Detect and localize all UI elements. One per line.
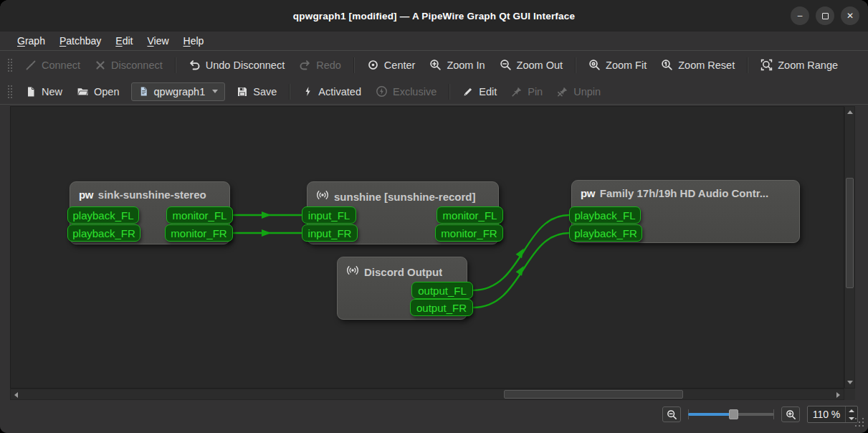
port-monitor-fr[interactable]: monitor_FR: [435, 224, 503, 242]
zoom-out-button[interactable]: Zoom Out: [492, 55, 570, 75]
new-file-icon: [25, 86, 37, 97]
toolbar-drag-handle[interactable]: [7, 84, 12, 100]
unpin-button[interactable]: Unpin: [550, 82, 608, 101]
disconnect-button[interactable]: Disconnect: [87, 56, 170, 75]
port-playback-fl[interactable]: playback_FL: [569, 206, 641, 224]
undo-disconnect-button[interactable]: Undo Disconnect: [181, 55, 292, 75]
arrowhead: [516, 247, 527, 258]
port-playback-fr[interactable]: playback_FR: [67, 224, 140, 242]
port-monitor-fl[interactable]: monitor_FL: [166, 206, 233, 224]
scroll-up-arrow[interactable]: [845, 108, 854, 117]
pipewire-icon: pw: [79, 189, 93, 201]
save-icon: [237, 86, 248, 97]
menu-graph[interactable]: Graph: [10, 33, 52, 49]
zoom-fit-icon: [588, 59, 601, 71]
vertical-scrollbar[interactable]: [844, 106, 855, 389]
toolbar-separator: [449, 84, 450, 100]
patchbay-file-icon: [138, 86, 149, 97]
menu-help[interactable]: Help: [176, 33, 211, 49]
minimize-button[interactable]: –: [791, 6, 809, 25]
pin-button[interactable]: Pin: [504, 82, 550, 101]
menu-patchbay[interactable]: Patchbay: [52, 33, 108, 49]
pipewire-icon: pw: [581, 187, 595, 199]
zoom-in-button[interactable]: Zoom In: [422, 55, 492, 75]
undo-icon: [189, 59, 201, 71]
menubar: Graph Patchbay Edit View Help: [0, 32, 868, 51]
toolbar-separator: [747, 57, 748, 73]
activated-button[interactable]: Activated: [295, 82, 368, 101]
zoom-slider-fill: [688, 413, 733, 416]
pin-icon: [511, 86, 523, 97]
port-monitor-fr[interactable]: monitor_FR: [165, 224, 233, 242]
exclusive-bolt-icon: [376, 85, 388, 97]
zoom-in-icon: [786, 409, 796, 420]
statusbar-zoom-out-button[interactable]: [662, 406, 681, 422]
horizontal-scroll-thumb[interactable]: [504, 390, 683, 399]
window-title: qpwgraph1 [modified] — A PipeWire Graph …: [293, 11, 575, 22]
graph-canvas[interactable]: pw sink-sunshine-stereo sunshine [sunshi…: [10, 106, 844, 389]
toolbar-graph: Connect Disconnect Undo Disconnect Redo …: [0, 51, 868, 79]
arrowhead: [516, 264, 527, 275]
port-playback-fl[interactable]: playback_FL: [67, 206, 139, 224]
toolbar-drag-handle[interactable]: [7, 57, 12, 73]
open-button[interactable]: Open: [70, 82, 126, 101]
activated-bolt-icon: [302, 86, 313, 97]
toolbar-separator: [353, 57, 355, 73]
window-resize-grip[interactable]: [855, 418, 864, 427]
port-output-fl[interactable]: output_FL: [411, 282, 473, 299]
port-input-fr[interactable]: input_FR: [302, 224, 358, 242]
zoom-reset-icon: [661, 59, 673, 71]
zoom-reset-button[interactable]: Zoom Reset: [654, 55, 742, 75]
central-area: pw sink-sunshine-stereo sunshine [sunshi…: [0, 105, 868, 400]
broadcast-icon: [346, 264, 359, 280]
vertical-scroll-thumb[interactable]: [846, 178, 854, 288]
scroll-right-arrow[interactable]: [834, 390, 843, 399]
toolbar-patchbay: New Open qpwgraph1 Save Activated Exclus…: [0, 79, 868, 105]
close-button[interactable]: ✕: [841, 6, 859, 25]
connections-layer: [11, 107, 844, 389]
patchbay-selector-value: qpwgraph1: [154, 86, 206, 97]
statusbar-zoom-in-button[interactable]: [781, 406, 800, 422]
zoom-fit-button[interactable]: Zoom Fit: [581, 55, 654, 75]
triangle-up-icon: [849, 409, 854, 412]
port-monitor-fl[interactable]: monitor_FL: [437, 206, 503, 224]
statusbar: 110 %: [0, 400, 868, 433]
connect-icon: [25, 60, 37, 71]
disconnect-icon: [95, 60, 106, 71]
maximize-button[interactable]: [816, 6, 834, 25]
zoom-spinbox[interactable]: 110 %: [807, 406, 858, 423]
menu-edit[interactable]: Edit: [108, 33, 140, 49]
patchbay-selector[interactable]: qpwgraph1: [131, 82, 226, 101]
scroll-left-arrow[interactable]: [11, 390, 21, 399]
spin-up-button[interactable]: [846, 406, 857, 414]
new-button[interactable]: New: [18, 82, 70, 101]
menu-view[interactable]: View: [140, 33, 176, 49]
zoom-value[interactable]: 110 %: [808, 406, 845, 422]
zoom-in-icon: [429, 59, 442, 71]
center-button[interactable]: Center: [360, 55, 423, 75]
edit-pencil-icon: [462, 86, 474, 97]
port-output-fr[interactable]: output_FR: [410, 299, 473, 316]
zoom-slider[interactable]: [688, 407, 774, 422]
port-input-fl[interactable]: input_FL: [302, 206, 356, 224]
minimize-icon: –: [798, 11, 803, 20]
zoom-range-button[interactable]: Zoom Range: [753, 55, 845, 75]
port-playback-fr[interactable]: playback_FR: [569, 224, 642, 242]
connect-button[interactable]: Connect: [18, 56, 87, 75]
zoom-out-icon: [500, 59, 512, 71]
center-icon: [367, 59, 379, 71]
scrollbar-corner: [844, 389, 855, 400]
toolbar-separator: [289, 84, 290, 100]
triangle-down-icon: [849, 417, 854, 420]
horizontal-scrollbar[interactable]: [10, 389, 844, 400]
scroll-down-arrow[interactable]: [845, 378, 854, 387]
toolbar-separator: [175, 57, 176, 73]
titlebar[interactable]: qpwgraph1 [modified] — A PipeWire Graph …: [0, 0, 868, 32]
zoom-slider-handle[interactable]: [729, 409, 738, 419]
node-header: pw Family 17h/19h HD Audio Contr...: [572, 181, 799, 206]
edit-button[interactable]: Edit: [455, 82, 504, 101]
window-controls: – ✕: [791, 6, 859, 25]
exclusive-button[interactable]: Exclusive: [368, 82, 444, 101]
save-button[interactable]: Save: [229, 82, 284, 101]
redo-button[interactable]: Redo: [292, 55, 348, 75]
